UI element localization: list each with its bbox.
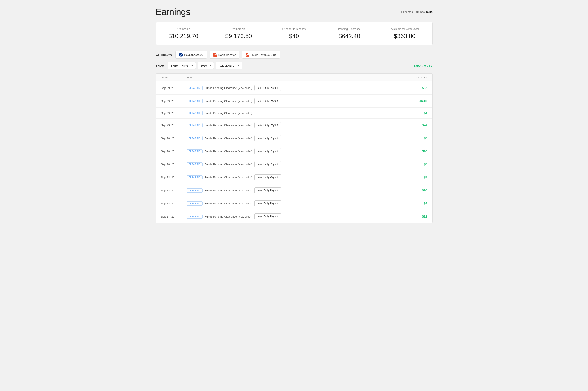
withdraw-label: WITHDRAW: [156, 53, 172, 56]
row-date: Sep 29, 20: [161, 111, 187, 115]
row-amount: $20: [406, 189, 427, 192]
row-amount: $6.40: [406, 99, 427, 103]
fast-forward-icon: ►►: [258, 163, 262, 166]
svg-rect-0: [213, 53, 217, 57]
table-row: Sep 28, 20 CLEARING Funds Pending Cleara…: [156, 171, 432, 184]
table-row: Sep 28, 20 CLEARING Funds Pending Cleara…: [156, 184, 432, 197]
early-payout-button[interactable]: ►► Early Payout: [254, 200, 281, 206]
row-description: Funds Pending Clearance (view order): [205, 215, 253, 218]
early-payout-button[interactable]: ►► Early Payout: [254, 213, 281, 219]
summary-value: $642.40: [326, 33, 373, 40]
summary-item: Available for Withdrawal $363.80: [377, 22, 432, 45]
early-payout-label: Early Payout: [263, 137, 278, 140]
early-payout-label: Early Payout: [263, 215, 278, 218]
fast-forward-icon: ►►: [258, 215, 262, 218]
fast-forward-icon: ►►: [258, 124, 262, 126]
fast-forward-icon: ►►: [258, 176, 262, 179]
header-amount: AMOUNT: [406, 76, 427, 79]
row-date: Sep 28, 20: [161, 163, 187, 166]
early-payout-label: Early Payout: [263, 189, 278, 192]
table-row: Sep 29, 20 CLEARING Funds Pending Cleara…: [156, 82, 432, 95]
withdraw-section: WITHDRAW P Paypal Account Bank Transfer …: [156, 51, 433, 59]
clearing-badge: CLEARING: [187, 189, 203, 193]
row-amount: $8: [406, 136, 427, 140]
bank-transfer-icon: [213, 53, 217, 57]
row-date: Sep 29, 20: [161, 124, 187, 127]
row-description: Funds Pending Clearance (view order): [205, 150, 253, 153]
row-amount: $4: [406, 202, 427, 205]
fast-forward-icon: ►►: [258, 87, 262, 89]
export-csv-link[interactable]: Export to CSV: [414, 64, 432, 67]
early-payout-label: Early Payout: [263, 99, 278, 102]
table-row: Sep 29, 20 CLEARING Funds Pending Cleara…: [156, 107, 432, 119]
row-date: Sep 29, 20: [161, 99, 187, 103]
filter-month-select[interactable]: ALL MONT...: [216, 62, 242, 69]
early-payout-label: Early Payout: [263, 202, 278, 205]
row-date: Sep 28, 20: [161, 202, 187, 205]
early-payout-button[interactable]: ►► Early Payout: [254, 135, 281, 141]
row-date: Sep 28, 20: [161, 176, 187, 179]
fast-forward-icon: ►►: [258, 100, 262, 102]
clearing-badge: CLEARING: [187, 123, 203, 127]
fiverr-revenue-card-button[interactable]: Fiverr Revenue Card: [242, 51, 280, 59]
summary-value: $363.80: [381, 33, 428, 40]
row-description: Funds Pending Clearance (view order): [205, 176, 253, 179]
table-body: Sep 29, 20 CLEARING Funds Pending Cleara…: [156, 82, 432, 223]
show-label: SHOW: [156, 64, 165, 67]
row-description: Funds Pending Clearance (view order): [205, 111, 253, 115]
early-payout-button[interactable]: ►► Early Payout: [254, 187, 281, 193]
transactions-table: DATE FOR AMOUNT Sep 29, 20 CLEARING Fund…: [156, 73, 433, 223]
page-title: Earnings: [156, 7, 190, 17]
summary-label: Available for Withdrawal: [381, 28, 428, 31]
row-date: Sep 28, 20: [161, 137, 187, 140]
row-description: Funds Pending Clearance (view order): [205, 202, 253, 205]
row-description: Funds Pending Clearance (view order): [205, 189, 253, 192]
summary-item: Used for Purchases $40: [266, 22, 322, 45]
clearing-badge: CLEARING: [187, 86, 203, 90]
early-payout-button[interactable]: ►► Early Payout: [254, 148, 281, 154]
row-for: CLEARING Funds Pending Clearance (view o…: [187, 174, 406, 180]
summary-value: $9,173.50: [215, 33, 262, 40]
early-payout-label: Early Payout: [263, 150, 278, 153]
early-payout-button[interactable]: ►► Early Payout: [254, 174, 281, 180]
row-for: CLEARING Funds Pending Clearance (view o…: [187, 98, 406, 104]
clearing-badge: CLEARING: [187, 149, 203, 153]
filter-year-select[interactable]: 2020: [198, 62, 214, 69]
row-amount: $4: [406, 111, 427, 115]
early-payout-label: Early Payout: [263, 124, 278, 127]
row-for: CLEARING Funds Pending Clearance (view o…: [187, 122, 406, 128]
table-row: Sep 29, 20 CLEARING Funds Pending Cleara…: [156, 119, 432, 132]
early-payout-button[interactable]: ►► Early Payout: [254, 122, 281, 128]
header-date: DATE: [161, 76, 187, 79]
row-for: CLEARING Funds Pending Clearance (view o…: [187, 111, 406, 115]
table-row: Sep 28, 20 CLEARING Funds Pending Cleara…: [156, 145, 432, 158]
row-date: Sep 28, 20: [161, 189, 187, 192]
row-for: CLEARING Funds Pending Clearance (view o…: [187, 200, 406, 206]
early-payout-button[interactable]: ►► Early Payout: [254, 98, 281, 104]
table-header: DATE FOR AMOUNT: [156, 74, 432, 82]
summary-item: Net Income $10,219.70: [156, 22, 211, 45]
row-date: Sep 27, 20: [161, 215, 187, 218]
bank-transfer-button[interactable]: Bank Transfer: [210, 51, 239, 59]
paypal-button[interactable]: P Paypal Account: [175, 51, 207, 59]
filter-type-select[interactable]: EVERYTHING: [168, 62, 196, 69]
fiverr-revenue-card-label: Fiverr Revenue Card: [251, 53, 277, 56]
row-for: CLEARING Funds Pending Clearance (view o…: [187, 148, 406, 154]
row-description: Funds Pending Clearance (view order): [205, 124, 253, 127]
clearing-badge: CLEARING: [187, 136, 203, 140]
row-for: CLEARING Funds Pending Clearance (view o…: [187, 161, 406, 167]
show-section: SHOW EVERYTHING 2020 ALL MONT... Export …: [156, 62, 433, 69]
row-description: Funds Pending Clearance (view order): [205, 137, 253, 140]
early-payout-label: Early Payout: [263, 87, 278, 90]
early-payout-button[interactable]: ►► Early Payout: [254, 161, 281, 167]
svg-rect-1: [246, 53, 250, 57]
row-for: CLEARING Funds Pending Clearance (view o…: [187, 85, 406, 91]
table-row: Sep 29, 20 CLEARING Funds Pending Cleara…: [156, 95, 432, 107]
early-payout-label: Early Payout: [263, 176, 278, 179]
row-amount: $32: [406, 86, 427, 90]
early-payout-button[interactable]: ►► Early Payout: [254, 85, 281, 91]
summary-card: Net Income $10,219.70 Withdrawn $9,173.5…: [156, 22, 433, 45]
summary-label: Used for Purchases: [271, 28, 317, 31]
row-date: Sep 28, 20: [161, 150, 187, 153]
fast-forward-icon: ►►: [258, 202, 262, 205]
